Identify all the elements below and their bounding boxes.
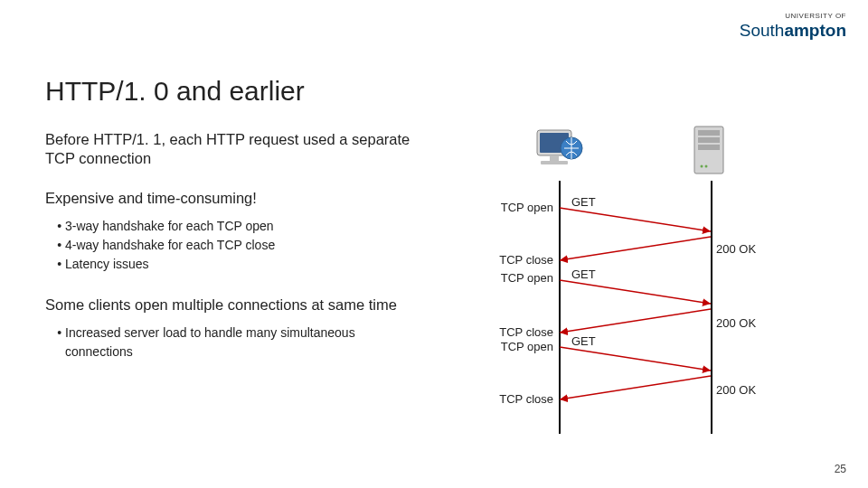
- paragraph-2: Expensive and time-consuming!: [45, 189, 425, 208]
- ok-label-3: 200 OK: [716, 383, 756, 397]
- get-label-1: GET: [571, 195, 596, 209]
- svg-line-13: [560, 280, 711, 304]
- tcp-close-label-1: TCP close: [481, 253, 553, 267]
- ok-label-1: 200 OK: [716, 242, 756, 256]
- tcp-open-label-1: TCP open: [481, 201, 553, 214]
- tcp-close-label-3: TCP close: [481, 392, 553, 406]
- paragraph-3: Some clients open multiple connections a…: [45, 296, 425, 314]
- svg-line-11: [560, 208, 711, 231]
- logo-prefix: UNIVERSITY OF: [740, 13, 846, 20]
- svg-line-12: [560, 237, 711, 260]
- tcp-close-label-2: TCP close: [481, 325, 553, 339]
- bullet-list-1: 3-way handshake for each TCP open 4-way …: [65, 217, 425, 274]
- svg-line-16: [560, 376, 711, 399]
- tcp-open-label-2: TCP open: [481, 271, 553, 285]
- university-logo: UNIVERSITY OF Southampton: [740, 13, 846, 39]
- get-label-3: GET: [571, 334, 596, 348]
- logo-name-bold: ampton: [784, 21, 846, 40]
- paragraph-1: Before HTTP/1. 1, each HTTP request used…: [45, 130, 425, 167]
- page-number: 25: [835, 463, 846, 475]
- bullet-list-2: Increased server load to handle many sim…: [65, 324, 425, 361]
- get-label-2: GET: [571, 267, 596, 281]
- ok-label-2: 200 OK: [716, 316, 756, 330]
- slide-title: HTTP/1. 0 and earlier: [45, 76, 305, 107]
- svg-line-15: [560, 347, 711, 371]
- bullet-1-2: 4-way handshake for each TCP close: [65, 236, 425, 255]
- bullet-1-3: Latency issues: [65, 255, 425, 274]
- sequence-diagram: TCP open TCP close TCP open TCP close TC…: [479, 127, 778, 434]
- tcp-open-label-3: TCP open: [481, 340, 553, 353]
- content-area: Before HTTP/1. 1, each HTTP request used…: [45, 130, 425, 383]
- bullet-2-1: Increased server load to handle many sim…: [65, 324, 425, 361]
- bullet-1-1: 3-way handshake for each TCP open: [65, 217, 425, 236]
- logo-name-pre: South: [740, 21, 785, 40]
- svg-line-14: [560, 309, 711, 333]
